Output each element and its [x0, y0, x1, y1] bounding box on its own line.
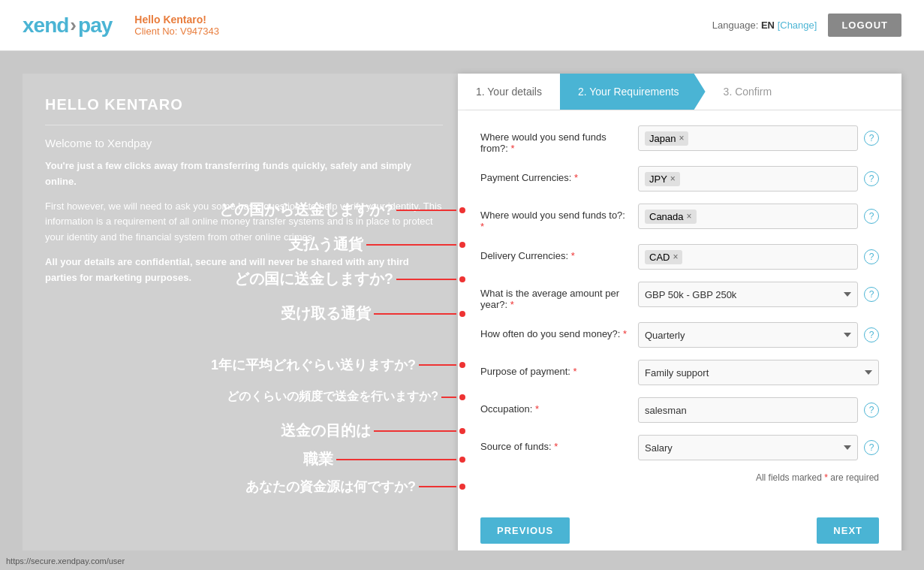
field-from-input-area: Japan × ?: [638, 125, 879, 151]
required-star-3: *: [480, 221, 484, 232]
field-source-select[interactable]: Salary Business income Savings Other: [638, 435, 858, 460]
right-panel: 1. Your details 2. Your Requirements 3. …: [458, 74, 901, 559]
field-delivery-currency-tag-input[interactable]: CAD ×: [638, 244, 858, 270]
field-occupation-help[interactable]: ?: [864, 403, 879, 418]
field-to-tag-input[interactable]: Canada ×: [638, 204, 858, 229]
required-note: All fields marked * are required: [480, 472, 879, 483]
field-amount-label: What is the average amount per year?: *: [480, 282, 631, 310]
field-occupation-row: Occupation: * ?: [480, 397, 879, 423]
bottom-url-text: https://secure.xendpay.com/user: [6, 556, 125, 565]
annotation-text-3: どの国に送金しますか?: [234, 269, 393, 289]
field-payment-currency-tag-input[interactable]: JPY ×: [638, 166, 858, 192]
required-star-8: *: [535, 403, 539, 415]
annotation-7: 送金の目的は: [23, 421, 465, 441]
field-purpose-row: Purpose of payment: * Family support Bus…: [480, 360, 879, 385]
annotation-4: 受け取る通貨: [23, 303, 465, 324]
next-button[interactable]: NEXT: [817, 517, 879, 544]
field-source-row: Source of funds: * Salary Business incom…: [480, 435, 879, 460]
annotation-dot-3: [459, 276, 465, 282]
header: xend › pay Hello Kentaro! Client No: V94…: [0, 0, 924, 51]
field-delivery-currency-row: Delivery Currencies: * CAD × ?: [480, 244, 879, 270]
form-area: Where would you send funds from?: * Japa…: [458, 110, 901, 510]
main-content: HELLO KENTARO Welcome to Xendpay You're …: [0, 51, 924, 570]
previous-button[interactable]: PREVIOUS: [480, 517, 570, 544]
field-purpose-select[interactable]: Family support Business Education Other: [638, 360, 879, 385]
annotation-dot-2: [459, 242, 465, 248]
field-amount-select[interactable]: GBP 50k - GBP 250k GBP 0 - GBP 10k GBP 1…: [638, 282, 858, 307]
step-2: 2. Your Requirements: [560, 74, 706, 110]
annotation-3: どの国に送金しますか?: [23, 269, 465, 289]
annotation-dot-4: [459, 311, 465, 317]
client-number: Client No: V947343: [134, 26, 219, 37]
field-frequency-input-area: Quarterly Weekly Monthly Daily ?: [638, 322, 879, 348]
cad-tag-remove[interactable]: ×: [673, 252, 678, 262]
annotation-dot-7: [459, 428, 465, 434]
field-payment-currency-label: Payment Currencies: *: [480, 166, 631, 183]
field-payment-currency-row: Payment Currencies: * JPY × ?: [480, 166, 879, 192]
step-1: 1. Your details: [458, 74, 560, 110]
field-delivery-currency-label: Delivery Currencies: *: [480, 244, 631, 261]
annotation-2: 支払う通貨: [23, 234, 465, 255]
logout-button[interactable]: LOGOUT: [828, 14, 901, 37]
field-frequency-label: How often do you send money?: *: [480, 322, 631, 339]
required-star-7: *: [573, 366, 577, 377]
field-to-help[interactable]: ?: [864, 209, 879, 224]
field-source-input-area: Salary Business income Savings Other ?: [638, 435, 879, 460]
field-delivery-currency-help[interactable]: ?: [864, 249, 879, 264]
annotation-text-8: 職業: [303, 449, 333, 469]
annotation-9: あなたの資金源は何ですか?: [23, 478, 465, 496]
left-panel: HELLO KENTARO Welcome to Xendpay You're …: [23, 74, 465, 559]
field-frequency-row: How often do you send money?: * Quarterl…: [480, 322, 879, 348]
annotation-5: 1年に平均どれぐらい送りますか?: [23, 356, 465, 374]
annotation-text-4: 受け取る通貨: [281, 303, 371, 324]
field-delivery-currency-input-area: CAD × ?: [638, 244, 879, 270]
japan-tag-remove[interactable]: ×: [679, 133, 684, 143]
panel-title: HELLO KENTARO: [45, 96, 443, 113]
bottom-bar: https://secure.xendpay.com/user: [0, 550, 924, 570]
field-payment-currency-help[interactable]: ?: [864, 171, 879, 186]
annotation-line-7: [374, 430, 456, 432]
required-star-1: *: [510, 143, 514, 154]
required-star-2: *: [574, 172, 578, 183]
field-occupation-input[interactable]: [638, 397, 858, 423]
field-source-help[interactable]: ?: [864, 440, 879, 455]
header-right: Language: EN [Change] LOGOUT: [712, 14, 901, 37]
required-star-9: *: [554, 441, 558, 452]
field-from-help[interactable]: ?: [864, 131, 879, 146]
field-frequency-help[interactable]: ?: [864, 327, 879, 342]
annotation-text-7: 送金の目的は: [281, 421, 371, 441]
step-1-label: 1. Your details: [476, 86, 542, 98]
field-payment-currency-input-area: JPY × ?: [638, 166, 879, 192]
annotation-dot-8: [459, 457, 465, 463]
annotation-8: 職業: [23, 449, 465, 469]
field-to-label: Where would you send funds to?: *: [480, 204, 631, 232]
logo-xend: xend: [23, 14, 68, 38]
field-from-row: Where would you send funds from?: * Japa…: [480, 125, 879, 154]
user-info: Hello Kentaro! Client No: V947343: [134, 14, 219, 37]
field-frequency-select[interactable]: Quarterly Weekly Monthly Daily: [638, 322, 858, 348]
annotation-dot-6: [459, 394, 465, 400]
jpy-tag-remove[interactable]: ×: [670, 173, 676, 184]
annotation-line-5: [419, 364, 456, 366]
language-label: Language: EN [Change]: [712, 20, 817, 31]
field-from-tag-input[interactable]: Japan ×: [638, 125, 858, 151]
jpy-tag: JPY ×: [645, 172, 680, 186]
header-left: xend › pay Hello Kentaro! Client No: V94…: [23, 14, 219, 38]
canada-tag-remove[interactable]: ×: [687, 211, 692, 222]
para1-bold: You're just a few clicks away from trans…: [45, 160, 411, 187]
annotation-line-9: [419, 486, 456, 487]
field-to-row: Where would you send funds to?: * Canada…: [480, 204, 879, 232]
field-occupation-input-area: ?: [638, 397, 879, 423]
required-star-note: *: [824, 472, 828, 483]
cad-tag: CAD ×: [645, 250, 682, 264]
field-to-input-area: Canada × ?: [638, 204, 879, 229]
canada-tag: Canada ×: [645, 210, 697, 224]
required-star-6: *: [623, 328, 627, 339]
logo-arrow-icon: ›: [70, 14, 77, 37]
annotation-line-8: [336, 459, 456, 460]
field-amount-row: What is the average amount per year?: * …: [480, 282, 879, 310]
field-purpose-input-area: Family support Business Education Other: [638, 360, 879, 385]
field-amount-help[interactable]: ?: [864, 287, 879, 302]
language-change-link[interactable]: [Change]: [778, 20, 817, 31]
annotation-dot-5: [459, 362, 465, 368]
